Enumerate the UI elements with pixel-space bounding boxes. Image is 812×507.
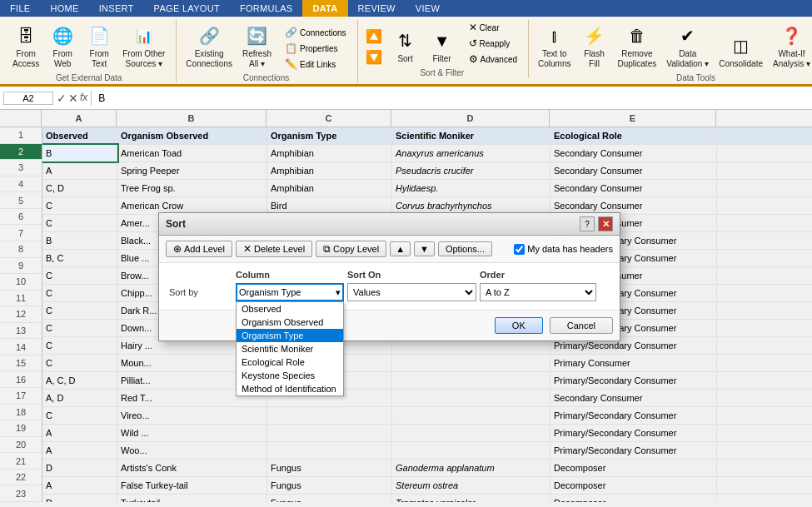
copy-level-label: Copy Level [333,244,379,254]
dialog-close-button[interactable]: ✕ [598,216,613,231]
column-dropdown-trigger[interactable]: Organism Type ▾ [236,283,344,301]
dropdown-item[interactable]: Keystone Species [237,369,343,382]
options-button[interactable]: Options... [438,241,492,256]
delete-level-icon: ✕ [243,243,252,255]
dropdown-item[interactable]: Method of Identification [237,382,343,395]
copy-level-icon: ⧉ [323,243,331,255]
sort-header-sorton: Sort On [347,270,476,280]
sort-header-order: Order [480,270,596,280]
dropdown-item[interactable]: Organism Observed [237,316,343,329]
column-dropdown-list: ObservedOrganism ObservedOrganism TypeSc… [236,301,344,396]
add-level-label: Add Level [184,244,225,254]
dropdown-item[interactable]: Organism Type [237,329,343,342]
ok-button[interactable]: OK [495,317,543,334]
dialog-body: Column Sort On Order Sort by Organism Ty… [159,263,620,310]
sort-header-sortby [166,270,232,280]
dialog-controls: ? ✕ [580,216,613,231]
order-select[interactable]: A to Z Z to A [480,283,596,301]
sort-dialog: Sort ? ✕ ⊕ Add Level ✕ Delete Level ⧉ Co… [158,212,620,341]
move-down-button[interactable]: ▼ [414,241,435,256]
dialog-overlay: Sort ? ✕ ⊕ Add Level ✕ Delete Level ⧉ Co… [0,0,812,507]
add-level-button[interactable]: ⊕ Add Level [166,241,232,257]
column-dropdown-arrow: ▾ [336,287,341,298]
dialog-help-button[interactable]: ? [580,216,595,231]
copy-level-button[interactable]: ⧉ Copy Level [316,241,386,257]
dialog-title-bar: Sort ? ✕ [159,213,620,236]
sort-column-headers: Column Sort On Order [166,270,613,280]
headers-checkbox-label: My data has headers [514,244,613,255]
options-label: Options... [446,244,485,254]
sort-row: Sort by Organism Type ▾ ObservedOrganism… [166,283,613,301]
dropdown-item[interactable]: Ecological Role [237,355,343,369]
cancel-button[interactable]: Cancel [550,317,613,334]
add-level-icon: ⊕ [173,243,182,255]
dropdown-item[interactable]: Scientific Moniker [237,342,343,355]
dialog-toolbar: ⊕ Add Level ✕ Delete Level ⧉ Copy Level … [159,236,620,263]
sort-by-label: Sort by [166,287,232,297]
move-up-button[interactable]: ▲ [390,241,411,256]
headers-label: My data has headers [527,244,613,254]
sorton-select[interactable]: Values [347,283,476,301]
column-selected-value: Organism Type [239,287,336,297]
dialog-footer: OK Cancel [159,310,620,340]
column-dropdown-area: Organism Type ▾ ObservedOrganism Observe… [236,283,344,301]
dialog-title: Sort [166,218,186,230]
my-data-headers-checkbox[interactable] [514,244,525,255]
delete-level-label: Delete Level [254,244,305,254]
dropdown-item[interactable]: Observed [237,302,343,316]
column-dropdown-container: Organism Type ▾ ObservedOrganism Observe… [236,283,344,301]
delete-level-button[interactable]: ✕ Delete Level [236,241,312,257]
sort-header-column: Column [236,270,344,280]
